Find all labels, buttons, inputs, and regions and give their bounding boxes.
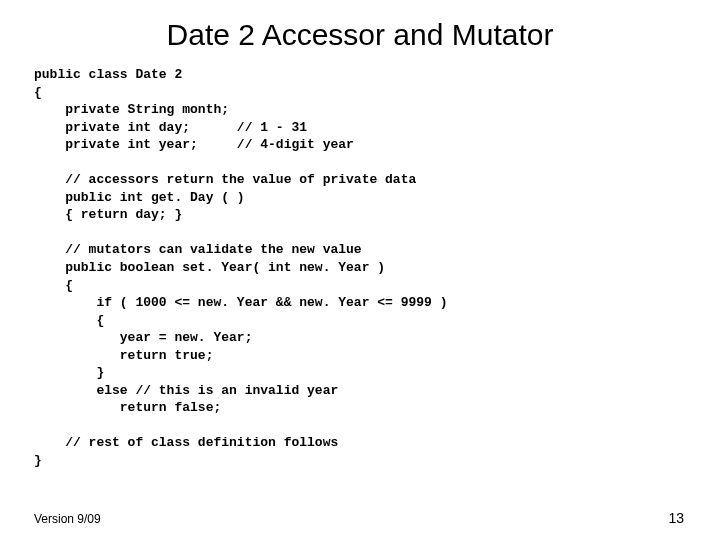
version-label: Version 9/09 [34,512,101,526]
code-line: public boolean set. Year( int new. Year … [34,260,385,275]
code-line: year = new. Year; [34,330,252,345]
code-line: private int day; // 1 - 31 [34,120,307,135]
code-block: public class Date 2 { private String mon… [34,66,720,470]
code-line: { return day; } [34,207,182,222]
code-line: // accessors return the value of private… [34,172,416,187]
code-line: // rest of class definition follows [34,435,338,450]
code-line: private int year; // 4-digit year [34,137,354,152]
code-line: return true; [34,348,213,363]
code-line: { [34,85,42,100]
code-line: { [34,278,73,293]
page-number: 13 [668,510,684,526]
code-line: if ( 1000 <= new. Year && new. Year <= 9… [34,295,447,310]
code-line: } [34,453,42,468]
code-line: } [34,365,104,380]
code-line: private String month; [34,102,229,117]
code-line: // mutators can validate the new value [34,242,362,257]
code-line: return false; [34,400,221,415]
code-line: public class Date 2 [34,67,182,82]
page-title: Date 2 Accessor and Mutator [0,0,720,52]
code-line: else // this is an invalid year [34,383,338,398]
code-line: { [34,313,104,328]
slide: Date 2 Accessor and Mutator public class… [0,0,720,540]
code-line: public int get. Day ( ) [34,190,245,205]
